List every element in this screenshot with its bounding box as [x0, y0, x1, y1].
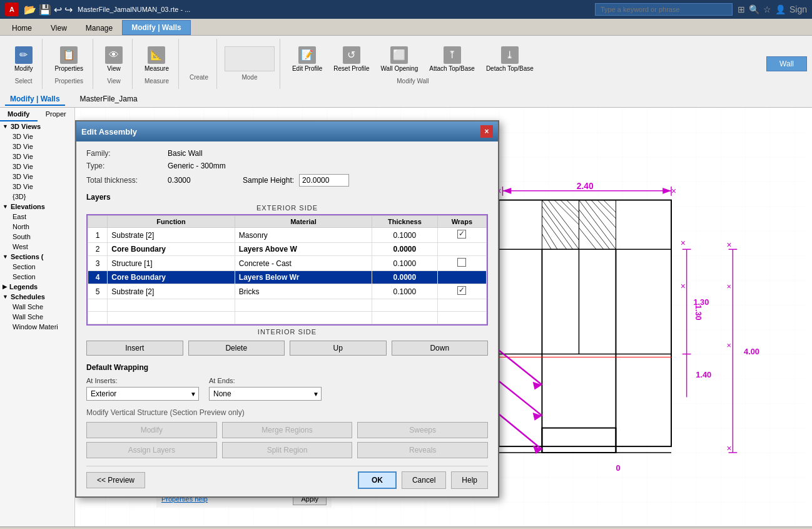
- insert-button[interactable]: Insert: [86, 341, 183, 356]
- at-ends-select[interactable]: None Exterior Interior Both: [209, 387, 322, 401]
- wall-opening-button[interactable]: ⬜ Wall Opening: [377, 43, 423, 75]
- sidebar-item-3dview3[interactable]: 3D Vie: [10, 152, 74, 162]
- sidebar-item-3dview2[interactable]: 3D Vie: [10, 141, 74, 152]
- sidebar-item-west[interactable]: West: [10, 242, 74, 252]
- sidebar-elevations-header[interactable]: ▼ Elevations: [0, 202, 74, 212]
- sidebar-3dviews-header[interactable]: ▼ 3D Views: [0, 121, 74, 131]
- sections-arrow: ▼: [3, 254, 8, 260]
- table-row[interactable]: 4 Core Boundary Layers Below Wr 0.0000: [88, 271, 487, 284]
- ok-button[interactable]: OK: [358, 471, 397, 489]
- row-material-2: Concrete - Cast: [235, 256, 372, 271]
- table-row[interactable]: 3 Structure [1] Concrete - Cast 0.1000: [88, 256, 487, 271]
- row-function-1: Core Boundary: [108, 243, 235, 256]
- sidebar-item-section1[interactable]: Section: [10, 262, 74, 272]
- detach-top-base-button[interactable]: ⤓ Detach Top/Base: [482, 43, 538, 75]
- help-button[interactable]: Help: [451, 471, 488, 489]
- star-icon[interactable]: ☆: [763, 4, 771, 14]
- merge-regions-btn[interactable]: Merge Regions: [222, 422, 353, 438]
- title-bar: A 📂 💾 ↩ ↪ MasterFile_JamalNUMAN_03.rte -…: [0, 0, 812, 19]
- ribbon-group-mode: Mode: [220, 39, 280, 89]
- sidebar-item-3dview1[interactable]: 3D Vie: [10, 131, 74, 141]
- col-header-function: Function: [108, 216, 235, 228]
- wraps-checkbox-2[interactable]: [457, 258, 466, 267]
- tab-home[interactable]: Home: [3, 20, 41, 35]
- up-button[interactable]: Up: [290, 341, 387, 356]
- modify-vertical-title: Modify Vertical Structure (Section Previ…: [86, 408, 488, 417]
- sidebar-item-south[interactable]: South: [10, 232, 74, 242]
- modify-button[interactable]: ✏ Modify: [10, 43, 37, 75]
- user-icon[interactable]: 👤: [775, 4, 786, 14]
- edit-profile-button[interactable]: 📝 Edit Profile: [288, 43, 327, 75]
- sidebar-item-wallsche2[interactable]: Wall Sche: [10, 312, 74, 322]
- table-row[interactable]: 2 Core Boundary Layers Above W 0.0000: [88, 243, 487, 256]
- row-wraps-3[interactable]: [437, 271, 486, 284]
- type-row: Type: Generic - 300mm: [86, 162, 488, 170]
- table-row[interactable]: 5 Substrate [2] Bricks 0.1000: [88, 284, 487, 299]
- ribbon-group-measure: 📐 Measure Measure: [135, 39, 179, 89]
- type-label: Type:: [86, 162, 168, 170]
- dialog-close-button[interactable]: ×: [480, 125, 493, 138]
- sidebar-item-3dview6[interactable]: 3D Vie: [10, 182, 74, 192]
- sidebar-item-wallsche1[interactable]: Wall Sche: [10, 302, 74, 312]
- split-region-btn[interactable]: Split Region: [222, 442, 353, 458]
- tab-modify[interactable]: Modify: [0, 108, 38, 121]
- sidebar-item-section2[interactable]: Section: [10, 272, 74, 282]
- measure-button[interactable]: 📐 Measure: [140, 43, 173, 75]
- elevations-list: East North South West: [0, 212, 74, 252]
- sample-height-input[interactable]: [299, 174, 349, 187]
- table-row[interactable]: 1 Substrate [2] Masonry 0.1000: [88, 228, 487, 243]
- sidebar-item-3dview5[interactable]: 3D Vie: [10, 172, 74, 182]
- at-inserts-select[interactable]: Exterior Interior Both Do not wrap: [86, 387, 199, 401]
- undo-icon[interactable]: ↩: [54, 4, 62, 16]
- group-label-view: View: [107, 78, 121, 85]
- search2-icon[interactable]: 🔍: [749, 4, 759, 14]
- modify-btn[interactable]: Modify: [86, 422, 217, 438]
- sidebar-legends-header[interactable]: ▶ Legends: [0, 282, 74, 292]
- tab-properties[interactable]: Proper: [38, 108, 75, 121]
- assign-layers-btn[interactable]: Assign Layers: [86, 442, 217, 458]
- search-input[interactable]: [595, 3, 733, 16]
- sidebar-item-east[interactable]: East: [10, 212, 74, 222]
- attach-top-base-button[interactable]: ⤒ Attach Top/Base: [425, 43, 479, 75]
- at-ends-dropdown-wrap: None Exterior Interior Both ▼: [209, 387, 322, 401]
- redo-icon[interactable]: ↪: [64, 4, 73, 16]
- save-icon[interactable]: 💾: [39, 4, 51, 16]
- layers-section: Layers EXTERIOR SIDE Function Material T…: [86, 193, 488, 356]
- sidebar-item-north[interactable]: North: [10, 222, 74, 232]
- row-wraps-1[interactable]: [437, 243, 486, 256]
- tab-modify-walls[interactable]: Modify | Walls: [122, 20, 191, 35]
- svg-text:1.30: 1.30: [693, 297, 709, 307]
- signin-label[interactable]: Sign: [789, 4, 807, 14]
- properties-button[interactable]: 📋 Properties: [50, 43, 88, 75]
- cancel-button[interactable]: Cancel: [402, 471, 446, 489]
- view-button[interactable]: 👁 View: [101, 43, 127, 75]
- tab-view[interactable]: View: [41, 20, 76, 35]
- sidebar-schedules-header[interactable]: ▼ Schedules: [0, 292, 74, 302]
- tab-manage[interactable]: Manage: [76, 20, 122, 35]
- delete-button[interactable]: Delete: [188, 341, 285, 356]
- wraps-checkbox-0[interactable]: [457, 230, 466, 239]
- legends-arrow: ▶: [3, 284, 7, 290]
- subrib-modify-walls[interactable]: Modify | Walls: [5, 93, 65, 106]
- sidebar-item-windowmat[interactable]: Window Materi: [10, 322, 74, 332]
- row-wraps-2[interactable]: [437, 256, 486, 271]
- row-wraps-4[interactable]: [437, 284, 486, 299]
- grid-icon[interactable]: ⊞: [738, 4, 745, 14]
- sweeps-btn[interactable]: Sweeps: [357, 422, 488, 438]
- schedules-arrow: ▼: [3, 294, 8, 300]
- open-icon[interactable]: 📂: [24, 4, 36, 16]
- sidebar-item-3d[interactable]: {3D}: [10, 192, 74, 202]
- subrib-file[interactable]: MasterFile_Jama: [75, 93, 143, 106]
- sidebar-item-3dview4[interactable]: 3D Vie: [10, 162, 74, 172]
- reveals-btn[interactable]: Reveals: [357, 442, 488, 458]
- row-wraps-0[interactable]: [437, 228, 486, 243]
- preview-button[interactable]: << Preview: [86, 472, 145, 488]
- sections-list: Section Section: [0, 262, 74, 282]
- title-bar-icons: ⊞ 🔍 ☆ 👤 Sign: [738, 4, 807, 14]
- dialog-body: Family: Basic Wall Type: Generic - 300mm…: [76, 141, 498, 496]
- wraps-checkbox-4[interactable]: [457, 286, 466, 295]
- sidebar-sections-header[interactable]: ▼ Sections (: [0, 252, 74, 262]
- reset-profile-button[interactable]: ↺ Reset Profile: [329, 43, 373, 75]
- ribbon-tabs: Home View Manage Modify | Walls: [0, 19, 812, 35]
- down-button[interactable]: Down: [392, 341, 489, 356]
